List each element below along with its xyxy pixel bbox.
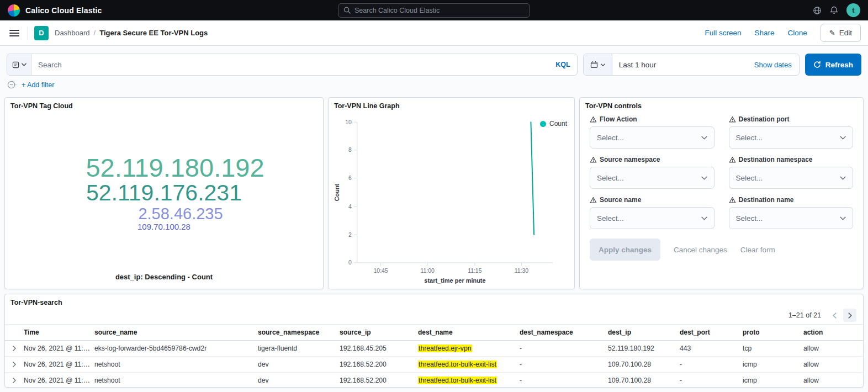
column-header-source-namespace[interactable]: source_namespace [258, 329, 340, 336]
control-label: Source name [600, 196, 641, 204]
column-header-action[interactable]: action [803, 329, 863, 336]
select-placeholder: Select... [597, 174, 624, 182]
y-tick: 0 [348, 259, 352, 266]
notifications-icon[interactable] [830, 6, 838, 14]
table-header-row: Time source_name source_namespace source… [5, 324, 863, 341]
tag-dest-ip[interactable]: 52.119.180.192 [86, 154, 264, 182]
clear-form-button[interactable]: Clear form [740, 246, 775, 254]
hamburger-menu-icon[interactable] [7, 26, 22, 40]
add-filter-button[interactable]: + Add filter [22, 81, 54, 89]
refresh-button-label: Refresh [825, 61, 853, 69]
y-tick: 8 [348, 147, 352, 153]
column-header-source-name[interactable]: source_name [94, 329, 258, 336]
count-line [531, 122, 534, 235]
control-source-name: Source name Select... [590, 196, 714, 229]
column-header-time[interactable]: Time [24, 329, 94, 336]
y-tick: 6 [348, 175, 352, 181]
source-name-select[interactable]: Select... [590, 207, 714, 229]
kql-language-button[interactable]: KQL [555, 61, 570, 68]
controls-panel: Tor-VPN controls Flow Action Select... [579, 97, 864, 289]
global-search-box[interactable] [338, 3, 530, 18]
show-dates-button[interactable]: Show dates [747, 61, 799, 69]
column-header-proto[interactable]: proto [743, 329, 803, 336]
control-destination-namespace: Destination namespace Select... [729, 156, 854, 189]
share-button[interactable]: Share [755, 29, 775, 37]
tag-dest-ip[interactable]: 2.58.46.235 [138, 205, 223, 223]
next-page-button[interactable] [843, 309, 856, 322]
breadcrumb-dashboard[interactable]: Dashboard [55, 29, 90, 37]
destination-name-select[interactable]: Select... [729, 207, 854, 229]
quick-select-date-button[interactable] [584, 54, 612, 75]
expand-row-button[interactable] [12, 345, 17, 352]
cell-dest-namespace: - [520, 361, 608, 368]
previous-page-button[interactable] [828, 309, 841, 322]
query-search-input[interactable] [38, 61, 551, 69]
column-header-dest-ip[interactable]: dest_ip [608, 329, 680, 336]
header-right: t [813, 3, 860, 17]
destination-port-select[interactable]: Select... [729, 126, 854, 149]
cell-dest-ip: 52.119.180.192 [608, 345, 680, 352]
global-search-input[interactable] [354, 7, 525, 14]
saved-query-menu-button[interactable] [7, 54, 31, 75]
select-placeholder: Select... [736, 174, 763, 182]
refresh-button[interactable]: Refresh [805, 54, 861, 76]
cell-proto: tcp [743, 345, 803, 352]
tag-cloud-panel-title: Tor-VPN Tag Cloud [5, 98, 323, 112]
y-tick: 10 [345, 119, 352, 125]
cell-time: Nov 26, 2021 @ 11:35:04.000 [24, 361, 94, 368]
x-tick: 11:30 [515, 268, 529, 274]
date-picker: Last 1 hour Show dates [583, 54, 800, 76]
apply-changes-button[interactable]: Apply changes [590, 239, 660, 261]
expand-row-button[interactable] [12, 377, 17, 384]
elastic-logo-icon[interactable] [8, 4, 20, 17]
chevron-down-icon [840, 216, 846, 220]
table-row: Nov 26, 2021 @ 11:35:04.000 netshoot dev… [5, 357, 863, 373]
breadcrumb-current: Tigera Secure EE Tor-VPN Logs [99, 29, 208, 37]
column-header-dest-namespace[interactable]: dest_namespace [520, 329, 608, 336]
tag-dest-ip[interactable]: 52.119.176.231 [86, 181, 242, 205]
control-label: Flow Action [600, 115, 637, 123]
search-icon [343, 7, 351, 14]
calendar-icon [590, 61, 598, 68]
controls-panel-title: Tor-VPN controls [580, 98, 863, 112]
warning-icon [729, 197, 736, 204]
dashboard-top-row: Tor-VPN Tag Cloud 52.119.180.192 52.119.… [4, 97, 864, 289]
column-header-dest-name[interactable]: dest_name [418, 329, 520, 336]
divider [28, 27, 28, 40]
expand-row-button[interactable] [12, 361, 17, 368]
full-screen-button[interactable]: Full screen [705, 29, 741, 37]
warning-icon [590, 156, 597, 163]
time-range-value[interactable]: Last 1 hour [612, 61, 663, 69]
dashboard-app-badge[interactable]: D [34, 26, 49, 40]
tag-cloud: 52.119.180.192 52.119.176.231 2.58.46.23… [5, 112, 323, 273]
table-row: Nov 26, 2021 @ 11:35:04.000 eks-log-forw… [5, 341, 863, 357]
filter-group-icon[interactable] [7, 80, 17, 89]
navbar: D Dashboard / Tigera Secure EE Tor-VPN L… [0, 20, 868, 46]
source-namespace-select[interactable]: Select... [590, 167, 714, 189]
pagination: 1–21 of 21 [5, 309, 863, 324]
clone-button[interactable]: Clone [788, 29, 807, 37]
global-header: Calico Cloud Elastic [0, 0, 868, 20]
tag-cloud-caption: dest_ip: Descending - Count [5, 273, 323, 289]
x-tick: 11:15 [468, 268, 482, 274]
flow-action-select[interactable]: Select... [590, 126, 714, 149]
saved-query-icon [12, 61, 19, 68]
cell-time: Nov 26, 2021 @ 11:35:04.000 [24, 345, 94, 352]
cell-source-name: eks-log-forwarder-5bd4659786-cwd2r [94, 345, 258, 352]
legend-count[interactable]: Count [540, 120, 567, 128]
destination-namespace-select[interactable]: Select... [729, 167, 854, 189]
globe-icon[interactable] [813, 6, 822, 15]
control-label: Destination port [739, 115, 790, 123]
cell-dest-ip: 109.70.100.28 [608, 377, 680, 384]
user-avatar[interactable]: t [846, 3, 860, 17]
edit-button-label: Edit [839, 29, 852, 37]
column-header-source-ip[interactable]: source_ip [340, 329, 418, 336]
column-header-dest-port[interactable]: dest_port [680, 329, 743, 336]
x-axis-title: start_time per minute [424, 277, 485, 284]
cancel-changes-button[interactable]: Cancel changes [674, 246, 727, 254]
edit-button[interactable]: ✎ Edit [821, 24, 861, 42]
line-graph-panel-title: Tor-VPN Line Graph [329, 98, 574, 112]
tag-dest-ip[interactable]: 109.70.100.28 [137, 223, 190, 231]
control-label: Destination namespace [739, 156, 813, 163]
control-label-row: Source namespace [590, 156, 714, 163]
